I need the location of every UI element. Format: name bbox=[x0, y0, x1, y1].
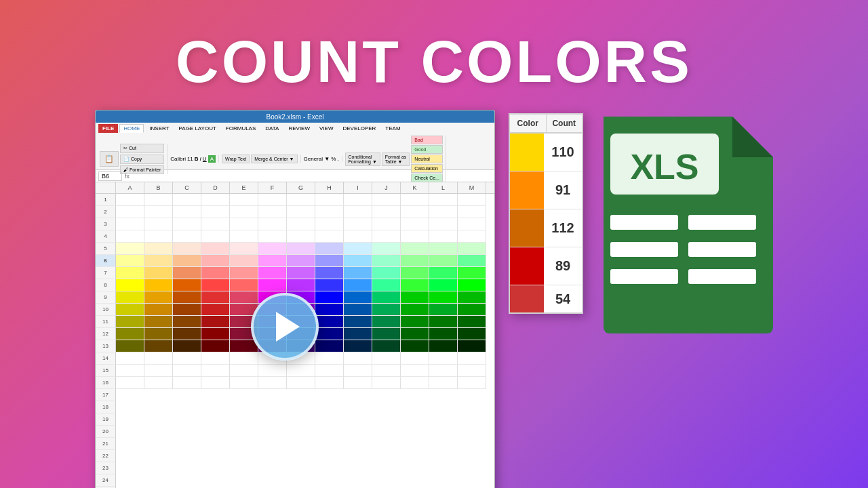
cell[interactable] bbox=[344, 365, 372, 377]
color-cell-rose[interactable] bbox=[230, 255, 258, 267]
cell[interactable] bbox=[173, 377, 201, 389]
cc-r9-3[interactable] bbox=[173, 291, 201, 304]
cell[interactable] bbox=[201, 194, 230, 206]
cc-r7-9[interactable] bbox=[344, 267, 372, 279]
cc-r13-12[interactable] bbox=[429, 340, 458, 352]
cc-r7-5[interactable] bbox=[230, 267, 258, 279]
color-cell-g2[interactable] bbox=[429, 243, 458, 255]
cell[interactable] bbox=[315, 218, 344, 230]
cc-r9-5[interactable] bbox=[230, 291, 258, 304]
cell[interactable] bbox=[116, 377, 144, 389]
cc-r13-2[interactable] bbox=[144, 340, 173, 352]
cc-r11-12[interactable] bbox=[429, 316, 458, 328]
cc-r12-2[interactable] bbox=[144, 328, 173, 340]
color-cell-rose-light[interactable] bbox=[230, 243, 258, 255]
cell[interactable] bbox=[287, 377, 315, 389]
cc-r13-13[interactable] bbox=[458, 340, 486, 352]
cell[interactable] bbox=[258, 377, 287, 389]
cc-r9-8[interactable] bbox=[315, 291, 344, 304]
cell[interactable] bbox=[201, 218, 230, 230]
cell[interactable] bbox=[201, 230, 230, 243]
cell[interactable] bbox=[201, 352, 230, 365]
cell[interactable] bbox=[173, 194, 201, 206]
cc-r8-12[interactable] bbox=[429, 279, 458, 291]
cell[interactable] bbox=[372, 377, 401, 389]
cc-r12-1[interactable] bbox=[116, 328, 144, 340]
color-cell-pink-ff[interactable] bbox=[258, 255, 287, 267]
cell[interactable] bbox=[116, 352, 144, 365]
color-cell-lavender-light[interactable] bbox=[258, 243, 287, 255]
cell[interactable] bbox=[230, 377, 258, 389]
color-cell-mint[interactable] bbox=[372, 255, 401, 267]
cell[interactable] bbox=[258, 206, 287, 218]
merge-center-btn[interactable]: Merge & Center ▼ bbox=[251, 155, 297, 163]
cc-r12-4[interactable] bbox=[201, 328, 230, 340]
cc-r8-10[interactable] bbox=[372, 279, 401, 291]
cell[interactable] bbox=[144, 230, 173, 243]
cc-r9-4[interactable] bbox=[201, 291, 230, 304]
cell[interactable] bbox=[173, 206, 201, 218]
cell[interactable] bbox=[230, 230, 258, 243]
cc-r11-2[interactable] bbox=[144, 316, 173, 328]
cell[interactable] bbox=[344, 218, 372, 230]
cc-r7-7[interactable] bbox=[287, 267, 315, 279]
cell[interactable] bbox=[458, 365, 486, 377]
cc-r12-13[interactable] bbox=[458, 328, 486, 340]
cc-r7-4[interactable] bbox=[201, 267, 230, 279]
cc-r9-11[interactable] bbox=[401, 291, 429, 304]
cell[interactable] bbox=[372, 230, 401, 243]
cell[interactable] bbox=[258, 194, 287, 206]
cell[interactable] bbox=[258, 365, 287, 377]
cell[interactable] bbox=[344, 230, 372, 243]
color-cell-gl2[interactable] bbox=[429, 255, 458, 267]
tab-developer[interactable]: DEVELOPER bbox=[338, 124, 380, 133]
good-style-btn[interactable]: Good bbox=[411, 145, 443, 154]
row-6[interactable]: 6 bbox=[96, 255, 116, 267]
cell[interactable] bbox=[458, 352, 486, 365]
cc-r13-1[interactable] bbox=[116, 340, 144, 352]
cell[interactable] bbox=[116, 218, 144, 230]
copy-btn[interactable]: 📄 Copy bbox=[120, 155, 164, 164]
cell[interactable] bbox=[173, 218, 201, 230]
cc-r12-3[interactable] bbox=[173, 328, 201, 340]
cc-r13-9[interactable] bbox=[344, 340, 372, 352]
cell[interactable] bbox=[458, 206, 486, 218]
color-cell-sky-blue[interactable] bbox=[344, 255, 372, 267]
color-cell-yellow-lightest[interactable] bbox=[116, 243, 144, 255]
cell[interactable] bbox=[258, 218, 287, 230]
cell[interactable] bbox=[230, 194, 258, 206]
cell[interactable] bbox=[173, 230, 201, 243]
cell[interactable] bbox=[344, 206, 372, 218]
color-cell-cyan-light[interactable] bbox=[344, 243, 372, 255]
color-cell-yellow-99[interactable] bbox=[116, 255, 144, 267]
cell[interactable] bbox=[372, 352, 401, 365]
underline-btn[interactable]: U bbox=[203, 156, 207, 162]
color-cell-green-light[interactable] bbox=[401, 255, 429, 267]
cell[interactable] bbox=[144, 218, 173, 230]
cell[interactable] bbox=[401, 230, 429, 243]
bold-btn[interactable]: B bbox=[195, 156, 199, 162]
cc-r7-2[interactable] bbox=[144, 267, 173, 279]
cc-r8-1[interactable] bbox=[116, 279, 144, 291]
wrap-text-btn[interactable]: Wrap Text bbox=[222, 155, 250, 163]
cell[interactable] bbox=[287, 194, 315, 206]
cc-r7-1[interactable] bbox=[116, 267, 144, 279]
cell[interactable] bbox=[315, 230, 344, 243]
cell[interactable] bbox=[344, 194, 372, 206]
cc-r7-6[interactable] bbox=[258, 267, 287, 279]
cc-r10-2[interactable] bbox=[144, 304, 173, 316]
color-cell-peach-light[interactable] bbox=[173, 243, 201, 255]
cc-r10-11[interactable] bbox=[401, 304, 429, 316]
cc-r8-4[interactable] bbox=[201, 279, 230, 291]
cc-r12-9[interactable] bbox=[344, 328, 372, 340]
color-cell-blue-light[interactable] bbox=[315, 255, 344, 267]
cc-r11-13[interactable] bbox=[458, 316, 486, 328]
cc-r11-3[interactable] bbox=[173, 316, 201, 328]
cc-r10-3[interactable] bbox=[173, 304, 201, 316]
cc-r7-11[interactable] bbox=[401, 267, 429, 279]
cc-r12-12[interactable] bbox=[429, 328, 458, 340]
cell[interactable] bbox=[458, 230, 486, 243]
format-as-table-btn[interactable]: Format asTable ▼ bbox=[382, 152, 410, 166]
cc-r9-13[interactable] bbox=[458, 291, 486, 304]
cell[interactable] bbox=[258, 230, 287, 243]
